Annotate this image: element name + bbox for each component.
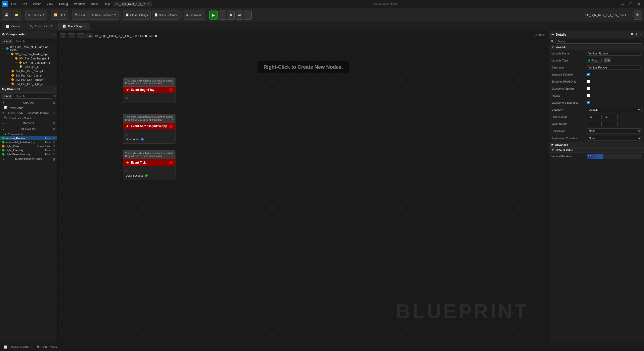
tree-item-light4[interactable]: 🔶 SM_Par_Can_Light_4 xyxy=(0,82,57,86)
event-actor-overlap-node[interactable]: This node is disabled and will not be ca… xyxy=(123,114,175,144)
diff-btn[interactable]: 🔀 Diff ▾ xyxy=(51,11,68,20)
event-dispatchers-add-icon[interactable]: ⊕ xyxy=(52,157,55,161)
bp-dropdown[interactable]: BP_Light_Rack_of_4_Par_Can ▾ xyxy=(583,12,633,18)
simulation-btn[interactable]: ▶ Simulation xyxy=(184,11,205,20)
node-close2[interactable]: × xyxy=(172,118,173,121)
node-execute-pin3[interactable]: ▪ xyxy=(169,161,173,164)
menu-tools[interactable]: Tools xyxy=(90,2,99,6)
node-close1[interactable]: × xyxy=(172,82,173,85)
grid-nav-btn[interactable]: ⊞ xyxy=(86,33,93,38)
blueprint-add-btn[interactable]: + Add xyxy=(2,94,13,99)
pause-btn[interactable]: ⏸ xyxy=(219,11,226,20)
menu-edit[interactable]: Edit xyxy=(21,2,28,6)
blueprint-read-only-checkbox[interactable] xyxy=(587,80,590,83)
blueprint-settings-icon[interactable]: ⚙ xyxy=(53,95,56,98)
breadcrumb-root[interactable]: BP_Light_Rack_of_4_Par_Can xyxy=(95,34,137,38)
event-dispatchers-section-header[interactable]: ▼ EVENT DISPATCHERS ⊕ xyxy=(0,156,57,162)
horizontal-rotation-eye[interactable]: 👁 xyxy=(53,141,55,144)
menu-view[interactable]: View xyxy=(46,2,54,6)
type-badge[interactable]: Float ▾ xyxy=(587,58,602,63)
details-search-input[interactable] xyxy=(556,39,642,44)
construction-script-item[interactable]: 🔨 ConstructionScript xyxy=(0,116,57,120)
compiler-results-tab[interactable]: ⬜ Compiler Results × xyxy=(2,345,34,349)
default-value-arrow[interactable]: ▼ xyxy=(551,149,554,152)
pin-arrow2[interactable]: ▷ xyxy=(126,132,128,136)
tree-item-clamp[interactable]: 🔶 SM_Par_Can_Clamp xyxy=(0,73,57,78)
skip-btn[interactable]: ⏭ xyxy=(236,11,243,20)
event-graph-tab[interactable]: 📊 Event Graph × xyxy=(59,23,90,30)
light-beam-intensity-eye[interactable]: 👁 xyxy=(53,153,55,156)
tree-item-pipe[interactable]: ▼ 🔶 SM_Par_Can_Holder_Pipe xyxy=(0,52,57,56)
light-color-var[interactable]: Light_Color Linear Color 👁 xyxy=(0,144,57,148)
vertical-rotation-value-bar[interactable]: 0.0 xyxy=(587,154,641,159)
tree-item-light1[interactable]: ▼ 🔶 SM_Par_Can_Light_1 xyxy=(0,60,57,65)
graphs-add-icon[interactable]: ⊕ xyxy=(52,101,55,105)
menu-file[interactable]: File xyxy=(10,2,17,6)
light-color-eye[interactable]: 👁 xyxy=(53,145,55,148)
class-settings-btn[interactable]: 📋 Class Settings xyxy=(123,11,150,20)
details-close[interactable]: × xyxy=(640,33,641,36)
hide-dropdown-icon[interactable]: ▾ xyxy=(114,13,116,17)
more-btn[interactable]: ⋮ xyxy=(244,11,252,20)
variables-add-icon[interactable]: ⊕ xyxy=(52,127,55,131)
find-btn[interactable]: 🔍 Find xyxy=(72,11,87,20)
type-extras[interactable]: ▾ ● xyxy=(604,58,611,62)
compile-dropdown-icon[interactable]: ▾ xyxy=(43,13,44,17)
back-nav-btn[interactable]: ← xyxy=(68,33,75,38)
menu-debug[interactable]: Debug xyxy=(58,2,69,6)
replication-condition-select[interactable]: None xyxy=(587,136,641,141)
class-defaults-btn[interactable]: 📄 Class Defaults xyxy=(152,11,179,20)
minimize-btn[interactable]: — xyxy=(619,2,626,7)
components-add-btn[interactable]: + Add xyxy=(2,39,13,44)
compiler-close[interactable]: × xyxy=(31,346,32,348)
event-tick-node[interactable]: This node is disabled and will not be ca… xyxy=(123,150,175,180)
details-layout-icon[interactable]: ☰ xyxy=(631,33,633,36)
tree-item-hanger4[interactable]: 🔶 SM_Par_Can_Hanger_4 xyxy=(0,78,57,82)
advanced-section-arrow[interactable]: ▶ xyxy=(551,143,554,146)
node-execute-pin1[interactable]: ▪ xyxy=(169,88,173,92)
value-range-min-input[interactable] xyxy=(587,122,602,126)
node-execute-pin2[interactable]: ▪ xyxy=(169,124,173,128)
pin-dot-delta[interactable] xyxy=(145,174,148,177)
replication-select[interactable]: None xyxy=(587,128,641,133)
diff-dropdown-icon[interactable]: ▾ xyxy=(64,13,65,17)
functions-section-header[interactable]: ▼ FUNCTIONS (19 OVERRIDABLE) ⊕ xyxy=(0,110,57,116)
light-intensity-eye[interactable]: 👁 xyxy=(53,149,55,152)
expose-on-spawn-checkbox[interactable] xyxy=(587,87,590,90)
app-tab[interactable]: BP_Light_Rack_of_4_P... × xyxy=(113,2,152,7)
node-close3[interactable]: × xyxy=(172,155,173,158)
event-begin-play-node[interactable]: This node is disabled and will not be ca… xyxy=(123,78,175,103)
canvas-area[interactable]: ⌂ ← → ⊞ BP_Light_Rack_of_4_Par_Can › Eve… xyxy=(58,31,549,343)
blueprint-search-input[interactable] xyxy=(14,94,52,99)
variables-section-header[interactable]: ▼ VARIABLES ⊕ xyxy=(0,126,57,132)
type-dropdown[interactable]: ▾ xyxy=(598,59,600,62)
tree-item-clamp1[interactable]: 🔶 SM_Par_Can_Clamp1 xyxy=(0,69,57,73)
menu-help[interactable]: Help xyxy=(103,2,111,6)
event-graph-item[interactable]: 📊 EventGraph xyxy=(0,106,57,110)
home-nav-btn[interactable]: ⌂ xyxy=(60,33,66,38)
menu-asset[interactable]: Asset xyxy=(32,2,42,6)
construction-script-tab[interactable]: 🔨 Construction S... xyxy=(26,23,59,30)
vertical-rotation-eye[interactable]: 👁 xyxy=(53,137,55,140)
event-graph-close[interactable]: × xyxy=(85,25,86,28)
functions-add-icon[interactable]: ⊕ xyxy=(52,111,55,115)
expose-cinematics-checkbox[interactable] xyxy=(587,101,590,104)
light-beam-intensity-var[interactable]: Light Beam Intensity Float 👁 xyxy=(0,152,57,156)
pin-dot-other-actor[interactable] xyxy=(141,138,144,141)
tree-item-hanger1[interactable]: ▼ 🔶 SM_Par_Can_Hanger_1 xyxy=(0,56,57,60)
macros-add-icon[interactable]: ⊕ xyxy=(52,121,55,125)
close-btn[interactable]: ✕ xyxy=(636,2,642,7)
viewport-tab[interactable]: ⬜ Viewport xyxy=(2,23,25,30)
slider-range-max-input[interactable] xyxy=(603,115,618,119)
light-intensity-var[interactable]: Light_Intensity Float 👁 xyxy=(0,148,57,152)
macros-section-header[interactable]: ▼ MACROS ⊕ xyxy=(0,120,57,126)
description-input[interactable] xyxy=(587,65,641,70)
open-btn[interactable]: 📁 xyxy=(12,11,21,20)
tab-close-icon[interactable]: × xyxy=(148,3,150,5)
graphs-section-header[interactable]: ▼ GRAPHS ⊕ xyxy=(0,100,57,106)
components-close[interactable]: × xyxy=(54,33,55,36)
instance-editable-checkbox[interactable] xyxy=(587,73,590,76)
private-checkbox[interactable] xyxy=(587,94,590,97)
category-select[interactable]: Default xyxy=(587,107,641,112)
components-search-input[interactable] xyxy=(14,39,56,44)
